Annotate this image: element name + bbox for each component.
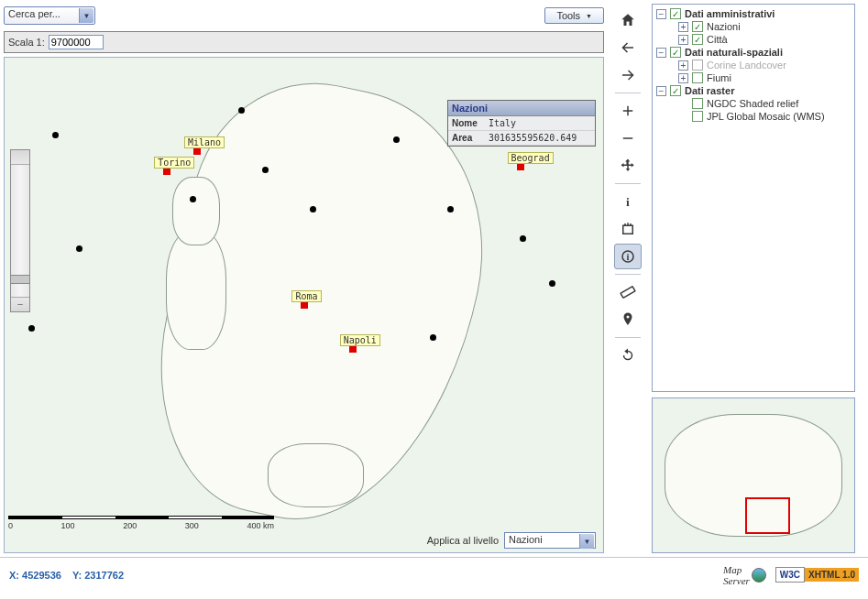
scale-tick: 300 [185, 521, 199, 530]
search-placeholder: Cerca per... [8, 8, 60, 19]
zoom-handle[interactable] [10, 275, 30, 284]
scale-tick: 200 [123, 521, 137, 530]
layer-nazioni[interactable]: Nazioni [707, 21, 741, 32]
tools-menu-button[interactable]: Tools [544, 7, 604, 24]
city-label[interactable]: Milano [184, 136, 225, 148]
scale-tick: 400 km [247, 521, 274, 530]
apply-to-layer: Applica al livello Nazioni ▼ [427, 532, 596, 549]
layer-tree: − ✓ Dati amministrativi + ✓ Nazioni + ✓ … [652, 4, 855, 392]
zoom-slider[interactable]: − [10, 149, 30, 312]
expand-icon[interactable]: + [678, 22, 688, 32]
layer-group-raster: Dati raster [685, 85, 734, 96]
zoom-in-button[interactable] [11, 150, 29, 165]
select-tool[interactable] [614, 216, 642, 242]
globe-icon [752, 568, 766, 583]
layer-group-checkbox[interactable]: ✓ [670, 85, 681, 96]
poi-dot [310, 206, 316, 212]
feature-info-tool[interactable]: i [614, 244, 642, 269]
poi-dot [76, 245, 82, 252]
layer-ngdc[interactable]: NGDC Shaded relief [707, 98, 798, 109]
layer-group-natural: Dati naturali-spaziali [685, 47, 783, 58]
collapse-icon[interactable]: − [656, 48, 666, 58]
expand-icon[interactable]: + [678, 35, 688, 45]
mapserver-logo[interactable]: MapServer [723, 564, 766, 586]
layer-checkbox[interactable]: ✓ [692, 111, 703, 122]
city-label[interactable]: Napoli [340, 334, 380, 346]
city-label[interactable]: Roma [291, 290, 321, 302]
scale-tick: 0 [8, 521, 13, 530]
scale-indicator: Scala 1: [4, 31, 604, 53]
city-label[interactable]: Beograd [508, 152, 554, 164]
info-name-label: Nome [452, 118, 483, 128]
apply-label: Applica al livello [427, 535, 499, 546]
landmass-corsica [172, 177, 220, 246]
pan-tool[interactable] [614, 153, 642, 179]
map-viewport[interactable]: − Nazioni Nome Italy Area 301635595620.6… [4, 57, 604, 553]
chevron-down-icon: ▼ [79, 8, 93, 23]
chevron-down-icon: ▼ [579, 534, 594, 549]
poi-dot [52, 132, 59, 138]
collapse-icon[interactable]: − [656, 86, 666, 96]
poi-dot [520, 235, 526, 242]
feature-info-box: Nazioni Nome Italy Area 301635595620.649 [447, 100, 596, 147]
overview-extent-box[interactable] [745, 497, 789, 534]
layer-checkbox[interactable]: ✓ [692, 34, 703, 45]
scale-input[interactable] [49, 35, 104, 49]
measure-tool[interactable] [614, 279, 642, 305]
landmass-sicily [268, 443, 363, 507]
layer-citta[interactable]: Città [707, 34, 728, 45]
layer-fiumi[interactable]: Fiumi [707, 72, 731, 83]
info-area-label: Area [452, 133, 483, 143]
city-marker[interactable] [517, 163, 524, 170]
feature-info-title: Nazioni [448, 101, 595, 116]
layer-corine[interactable]: Corine Landcover [707, 60, 786, 71]
zoom-out-button[interactable]: − [11, 297, 29, 311]
overview-map[interactable] [652, 398, 855, 553]
info-name-value: Italy [489, 118, 516, 128]
svg-rect-4 [621, 287, 635, 299]
layer-group-admin: Dati amministrativi [685, 8, 775, 19]
poi-dot [238, 107, 245, 114]
status-bar: X: 4529536 Y: 2317762 MapServer W3CXHTML… [0, 557, 868, 592]
city-marker[interactable] [349, 345, 357, 353]
refresh-button[interactable] [614, 343, 642, 368]
identify-tool[interactable]: i [614, 189, 642, 214]
back-extent-button[interactable] [614, 35, 642, 60]
city-label[interactable]: Torino [154, 157, 194, 169]
layer-group-checkbox[interactable]: ✓ [670, 8, 681, 19]
city-marker[interactable] [163, 168, 170, 175]
zoom-in-tool[interactable] [614, 98, 642, 124]
layer-checkbox[interactable]: ✓ [692, 60, 703, 71]
expand-icon[interactable]: + [678, 60, 688, 71]
w3c-xhtml-badge[interactable]: W3CXHTML 1.0 [775, 567, 859, 583]
info-area-value: 301635595620.649 [489, 133, 577, 143]
apply-layer-select[interactable]: Nazioni ▼ [504, 532, 596, 549]
add-point-tool[interactable] [614, 307, 642, 332]
city-marker[interactable] [193, 147, 201, 155]
layer-group-checkbox[interactable]: ✓ [670, 47, 681, 58]
city-marker[interactable] [301, 301, 308, 309]
poi-dot [28, 325, 35, 332]
coordinate-readout: X: 4529536 Y: 2317762 [9, 570, 124, 581]
scale-label: Scala 1: [8, 37, 45, 48]
svg-rect-1 [623, 225, 633, 234]
zoom-out-tool[interactable] [614, 125, 642, 151]
scale-bar: 0100200300400 km [8, 516, 274, 530]
svg-text:i: i [627, 252, 630, 262]
layer-checkbox[interactable]: ✓ [692, 21, 703, 32]
collapse-icon[interactable]: − [656, 9, 666, 19]
svg-text:i: i [626, 195, 630, 209]
poi-dot [262, 167, 269, 173]
layer-checkbox[interactable]: ✓ [692, 98, 703, 109]
layer-jpl[interactable]: JPL Global Mosaic (WMS) [707, 111, 825, 122]
forward-extent-button[interactable] [614, 62, 642, 88]
zoom-track[interactable] [11, 165, 29, 297]
expand-icon[interactable]: + [678, 73, 688, 83]
layer-checkbox[interactable]: ✓ [692, 72, 703, 83]
landmass-sardinia [166, 231, 225, 350]
home-extent-button[interactable] [614, 7, 642, 33]
poi-dot [549, 280, 555, 287]
search-type-select[interactable]: Cerca per... ▼ [4, 6, 95, 25]
scale-tick: 100 [61, 521, 75, 530]
